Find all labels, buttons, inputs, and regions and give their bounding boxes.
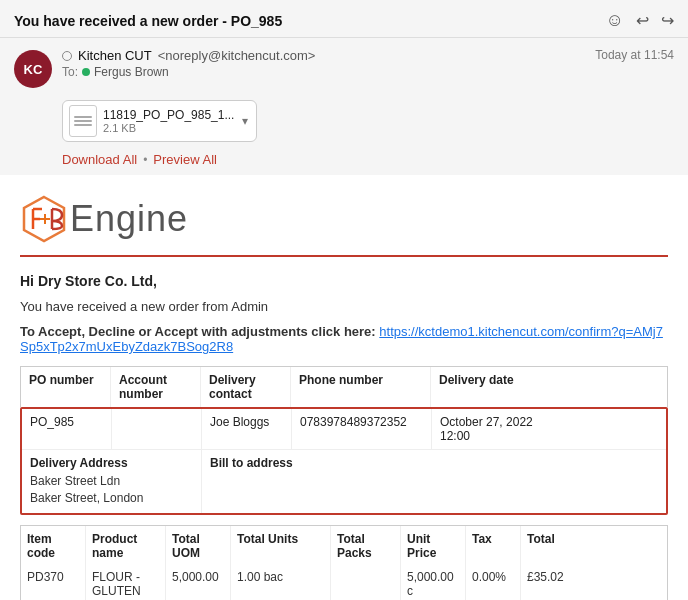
download-preview-row: Download All • Preview All [0, 146, 688, 175]
logo-area: Engine [20, 195, 668, 257]
greeting: Hi Dry Store Co. Ltd, [20, 273, 668, 289]
fb-logo-icon [20, 195, 68, 243]
attachment-box[interactable]: 11819_PO_PO_985_1... 2.1 KB ▾ [62, 100, 257, 142]
header-delivery-date: Delivery date [431, 367, 551, 407]
item-code: PD370 [21, 566, 86, 600]
attachment-info: 11819_PO_PO_985_1... 2.1 KB [103, 108, 234, 134]
address-row: Delivery Address Baker Street LdnBaker S… [22, 450, 666, 513]
items-header-unit-price: Unit Price [401, 526, 466, 566]
delivery-address-text: Baker Street LdnBaker Street, London [30, 473, 193, 507]
email-body: Engine Hi Dry Store Co. Ltd, You have re… [0, 175, 688, 600]
item-units: 1.00 bac [231, 566, 331, 600]
header-account-number: Account number [111, 367, 201, 407]
cell-delivery-date: October 27, 2022 12:00 [432, 409, 552, 449]
items-header-product: Product name [86, 526, 166, 566]
header-delivery-contact: Delivery contact [201, 367, 291, 407]
header-icons: ☺ ↩ ↪ [606, 10, 674, 31]
delivery-address-label: Delivery Address [30, 456, 193, 470]
forward-icon[interactable]: ↪ [661, 11, 674, 30]
item-tax: 0.00% [466, 566, 521, 600]
cell-account-number [112, 409, 202, 449]
header-phone-number: Phone number [291, 367, 431, 407]
item-packs [331, 566, 401, 600]
cell-delivery-contact: Joe Bloggs [202, 409, 292, 449]
to-label: To: [62, 65, 78, 79]
item-unit-price: 5,000.00 c [401, 566, 466, 600]
delivery-address-cell: Delivery Address Baker Street LdnBaker S… [22, 450, 202, 513]
order-data-row: PO_985 Joe Bloggs 07839784893723​52 Octo… [22, 409, 666, 450]
chevron-down-icon[interactable]: ▾ [242, 114, 248, 128]
item-product-name: FLOUR - GLUTEN [86, 566, 166, 600]
timestamp: Today at 11:54 [595, 48, 674, 62]
cell-phone-number: 07839784893723​52 [292, 409, 432, 449]
attachment-file-icon [69, 105, 97, 137]
email-header-bar: You have received a new order - PO_985 ☺… [0, 0, 688, 38]
items-header-total: Total [521, 526, 581, 566]
intro-text: You have received a new order from Admin [20, 299, 668, 314]
sender-email: <noreply@kitchencut.com> [158, 48, 316, 63]
download-all-link[interactable]: Download All [62, 152, 137, 167]
preview-all-link[interactable]: Preview All [153, 152, 217, 167]
attachment-filename: 11819_PO_PO_985_1... [103, 108, 234, 122]
email-window: You have received a new order - PO_985 ☺… [0, 0, 688, 600]
items-header-packs: Total Packs [331, 526, 401, 566]
order-data-box: PO_985 Joe Bloggs 07839784893723​52 Octo… [20, 407, 668, 515]
attachment-row: 11819_PO_PO_985_1... 2.1 KB ▾ [0, 96, 688, 146]
attachment-size: 2.1 KB [103, 122, 234, 134]
logo: Engine [20, 195, 668, 243]
green-dot [82, 68, 90, 76]
emoji-icon[interactable]: ☺ [606, 10, 624, 31]
cta-prefix: To Accept, Decline or Accept with adjust… [20, 324, 376, 339]
email-subject: You have received a new order - PO_985 [14, 13, 282, 29]
bill-address-cell: Bill to address [202, 450, 666, 513]
sender-row: KC Kitchen CUT <noreply@kitchencut.com> … [0, 38, 688, 96]
items-header-code: Item code [21, 526, 86, 566]
items-header-units: Total Units [231, 526, 331, 566]
logo-text: Engine [70, 198, 188, 240]
separator: • [143, 153, 147, 167]
sender-name-row: Kitchen CUT <noreply@kitchencut.com> [62, 48, 585, 63]
item-total: £35.02 [521, 566, 581, 600]
sender-name: Kitchen CUT [78, 48, 152, 63]
items-data-row: PD370 FLOUR - GLUTEN 5,000.00 1.00 bac 5… [20, 566, 668, 600]
sender-details: Kitchen CUT <noreply@kitchencut.com> To:… [62, 48, 585, 79]
radio-dot [62, 51, 72, 61]
items-header-uom: Total UOM [166, 526, 231, 566]
items-header-tax: Tax [466, 526, 521, 566]
items-table-header: Item code Product name Total UOM Total U… [20, 525, 668, 566]
reply-icon[interactable]: ↩ [636, 11, 649, 30]
item-uom: 5,000.00 [166, 566, 231, 600]
header-po-number: PO number [21, 367, 111, 407]
recipient-name: Fergus Brown [94, 65, 169, 79]
order-header-row: PO number Account number Delivery contac… [20, 366, 668, 407]
cell-po-number: PO_985 [22, 409, 112, 449]
bill-address-label: Bill to address [210, 456, 658, 470]
avatar: KC [14, 50, 52, 88]
cta-text: To Accept, Decline or Accept with adjust… [20, 324, 668, 354]
to-row: To: Fergus Brown [62, 65, 585, 79]
order-table: PO number Account number Delivery contac… [20, 366, 668, 515]
